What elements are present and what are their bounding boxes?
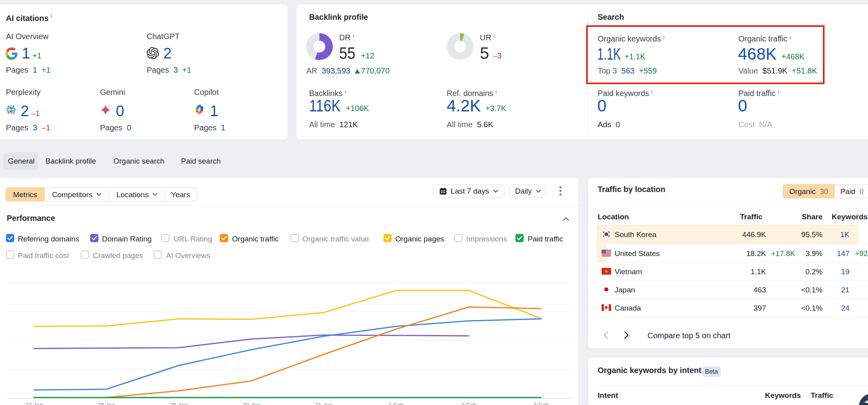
svg-text:29 Jan: 29 Jan xyxy=(170,401,187,405)
svg-text:30 Jan: 30 Jan xyxy=(242,401,260,405)
svg-text:31 Jan: 31 Jan xyxy=(315,401,332,405)
svg-text:27 Jan: 27 Jan xyxy=(25,401,43,405)
svg-text:2 Feb: 2 Feb xyxy=(461,401,476,405)
svg-text:28 Jan: 28 Jan xyxy=(97,401,115,405)
svg-text:1 Feb: 1 Feb xyxy=(389,401,404,405)
svg-text:3 Feb: 3 Feb xyxy=(534,401,549,405)
